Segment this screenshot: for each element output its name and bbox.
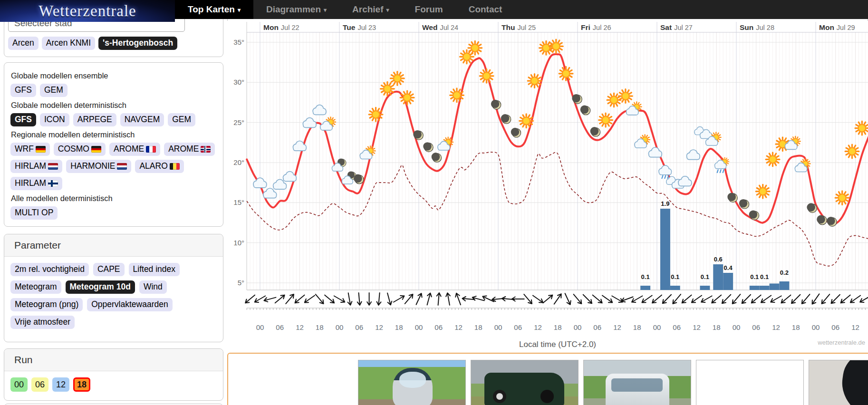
parameter-button-vrije-atmosfeer[interactable]: Vrije atmosfeer	[10, 316, 75, 329]
parameter-header: Parameter	[4, 234, 223, 257]
model-group-title: Globale modellen deterministisch	[11, 101, 216, 110]
hour-tick-label: 12	[296, 323, 304, 331]
hour-tick-label: 00	[812, 323, 820, 331]
day-header-label: TueJul 23	[343, 23, 376, 31]
parameter-button-label: 2m rel. vochtigheid	[15, 264, 85, 274]
city-button-label: Arcen	[12, 38, 34, 48]
brand-logo[interactable]: Wetterzentrale	[0, 0, 175, 22]
hour-tick-label: 18	[554, 323, 562, 331]
parameter-button-meteogram-10d[interactable]: Meteogram 10d	[66, 280, 135, 294]
run-header: Run	[4, 349, 223, 371]
parameter-button-2m-rel-vochtigheid[interactable]: 2m rel. vochtigheid	[10, 263, 89, 276]
model-button-arome[interactable]: AROME	[109, 143, 160, 156]
nav-item-contact[interactable]: Contact	[456, 0, 515, 19]
nav-item-label: Contact	[469, 4, 502, 14]
model-button-label: ALARO	[139, 161, 167, 171]
model-group-buttons: WRFCOSMOAROMEAROMEHIRLAMHARMONIEALAROHIR…	[10, 143, 217, 190]
ad-thumbnail-cap[interactable]: PORSCHE DESIGN	[809, 360, 868, 405]
model-button-arpege[interactable]: ARPEGE	[73, 113, 116, 126]
parameter-button-lifted-index[interactable]: Lifted index	[129, 263, 180, 276]
parameter-button-label: Wind	[144, 282, 163, 292]
model-button-gfs[interactable]: GFS	[10, 113, 36, 126]
model-group-title: Globale modellen ensemble	[11, 71, 216, 80]
model-button-label: NAVGEM	[125, 115, 160, 125]
model-button-hirlam[interactable]: HIRLAM	[10, 160, 62, 173]
model-button-cosmo[interactable]: COSMO	[54, 143, 106, 156]
precip-bar	[750, 286, 760, 290]
nl-flag-icon	[48, 163, 58, 170]
hour-tick-label: 18	[713, 323, 721, 331]
y-axis-tick-label: 15°	[233, 198, 244, 206]
model-button-hirlam[interactable]: HIRLAM	[10, 177, 62, 190]
ad-thumbnail-compact-car[interactable]	[583, 360, 691, 405]
model-button-wrf[interactable]: WRF	[10, 143, 50, 156]
hour-tick-label: 18	[633, 323, 641, 331]
model-button-harmonie[interactable]: HARMONIE	[66, 160, 131, 173]
parameter-button-wind[interactable]: Wind	[139, 280, 167, 294]
hour-tick-label: 12	[613, 323, 621, 331]
ad-thumbnail-bubble-car[interactable]	[358, 360, 466, 405]
nav-item-forum[interactable]: Forum	[402, 0, 456, 19]
nav-item-label: Top Karten	[188, 4, 235, 14]
precip-value-label: 1.9	[661, 200, 669, 207]
day-header-label: SunJul 28	[740, 23, 774, 31]
nav-item-archief[interactable]: Archief▾	[339, 0, 402, 19]
nav-item-diagrammen[interactable]: Diagrammen▾	[253, 0, 339, 19]
hour-tick-label: 06	[831, 323, 839, 331]
city-button-s-hertogenbosch[interactable]: 's-Hertogenbosch	[98, 37, 177, 50]
parameter-button-label: Vrije atmosfeer	[15, 317, 70, 327]
hour-tick-label: 06	[752, 323, 760, 331]
parameter-button-label: Lifted index	[133, 264, 176, 274]
parameter-button-cape[interactable]: CAPE	[93, 263, 125, 276]
run-button-06[interactable]: 06	[31, 377, 48, 392]
model-group-buttons: GFSGEM	[10, 84, 217, 97]
city-button-arcen-knmi[interactable]: Arcen KNMI	[42, 37, 95, 50]
precip-value-label: 0.4	[724, 264, 733, 271]
city-button-arcen[interactable]: Arcen	[8, 37, 39, 50]
model-button-icon[interactable]: ICON	[40, 113, 69, 126]
ad-thumbnail-beach-buggy[interactable]	[696, 360, 804, 405]
ad-thumbnail-classic-car[interactable]	[471, 360, 579, 405]
model-button-gfs[interactable]: GFS	[10, 84, 36, 97]
chevron-down-icon: ▾	[386, 7, 389, 13]
model-button-gem[interactable]: GEM	[168, 113, 195, 126]
model-button-navgem[interactable]: NAVGEM	[120, 113, 164, 126]
parameter-button-meteogram-png[interactable]: Meteogram (png)	[10, 298, 83, 311]
model-button-gem[interactable]: GEM	[40, 84, 68, 97]
y-axis-tick-label: 5°	[238, 279, 244, 287]
model-button-label: COSMO	[58, 144, 89, 154]
hour-tick-label: 18	[316, 323, 324, 331]
model-button-multi-op[interactable]: MULTI OP	[10, 206, 58, 220]
run-button-00[interactable]: 00	[10, 377, 28, 392]
parameter-buttons: 2m rel. vochtigheidCAPELifted indexMeteo…	[4, 257, 223, 335]
model-button-label: MULTI OP	[15, 208, 53, 218]
parameter-button-meteogram[interactable]: Meteogram	[10, 280, 61, 294]
hour-tick-label: 06	[276, 323, 284, 331]
model-button-arome[interactable]: AROME	[164, 143, 215, 156]
run-button-12[interactable]: 12	[52, 377, 69, 392]
model-group: Globale modellen deterministischGFSICONA…	[10, 101, 217, 126]
precip-value-label: 0.1	[750, 273, 759, 280]
navbar: Wetterzentrale Top Karten▾Diagrammen▾Arc…	[0, 0, 868, 19]
model-button-alaro[interactable]: ALARO	[135, 160, 183, 173]
fr-flag-icon	[146, 146, 156, 153]
hour-tick-label: 06	[434, 323, 443, 331]
y-axis-tick-label: 35°	[233, 38, 244, 46]
precip-bar	[670, 286, 680, 290]
model-button-label: GEM	[172, 115, 191, 125]
hour-tick-label: 18	[395, 323, 403, 331]
model-group: Alle modellen deterministischMULTI OP	[10, 194, 217, 220]
hour-tick-label: 12	[534, 323, 542, 331]
hour-tick-label: 00	[733, 323, 741, 331]
nav-item-top-karten[interactable]: Top Karten▾	[175, 0, 253, 19]
model-group-buttons: MULTI OP	[10, 206, 217, 220]
hour-tick-label: 06	[673, 323, 681, 331]
precip-bar	[713, 264, 723, 290]
run-button-18[interactable]: 18	[73, 377, 90, 392]
parameter-button-label: Meteogram 10d	[70, 282, 131, 292]
run-card: Run 00061218	[4, 348, 223, 401]
models-card: Globale modellen ensembleGFSGEMGlobale m…	[4, 62, 223, 227]
run-buttons: 00061218	[4, 371, 223, 398]
city-button-label: Arcen KNMI	[46, 38, 91, 48]
parameter-button-oppervlaktewaarden[interactable]: Oppervlaktewaarden	[87, 298, 172, 311]
